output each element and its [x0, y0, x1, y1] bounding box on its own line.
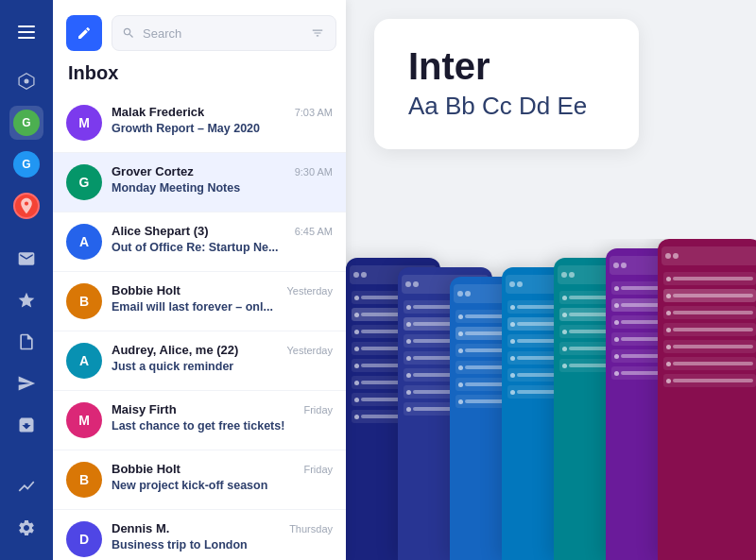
document-nav-icon[interactable] — [9, 325, 43, 359]
account-g-green[interactable]: G — [9, 106, 43, 140]
icon-sidebar: G G — [0, 0, 53, 560]
pulse-nav-icon[interactable] — [9, 469, 43, 503]
settings-nav-icon[interactable] — [9, 511, 43, 545]
hamburger-menu[interactable] — [9, 15, 43, 49]
sender-name: Dennis M. — [112, 521, 169, 535]
star-nav-icon[interactable] — [9, 283, 43, 317]
email-time: Thursday — [289, 523, 333, 535]
send-nav-icon[interactable] — [9, 366, 43, 400]
email-top: Grover Cortez 9:30 AM — [112, 164, 333, 178]
avatar: D — [66, 521, 102, 557]
email-time: 7:03 AM — [295, 107, 333, 118]
email-item-2[interactable]: G Grover Cortez 9:30 AM Monday Meeting N… — [53, 153, 346, 212]
search-input[interactable] — [143, 26, 301, 41]
search-bar[interactable] — [112, 15, 336, 51]
sender-name: Maisy Firth — [112, 402, 177, 416]
email-time: Friday — [303, 404, 333, 416]
email-time: 6:45 AM — [295, 226, 333, 237]
email-content: Alice Shepart (3) 6:45 AM Out of Office … — [112, 224, 333, 254]
avatar: M — [66, 105, 102, 141]
email-panel: Inbox M Malak Frederick 7:03 AM Growth R… — [53, 0, 346, 560]
avatar: A — [66, 343, 102, 379]
email-time: Yesterday — [286, 285, 333, 297]
email-time: 9:30 AM — [295, 166, 333, 178]
email-content: Bobbie Holt Friday New project kick-off … — [112, 462, 333, 492]
email-subject: Growth Report – May 2020 — [112, 122, 333, 135]
email-subject: Last chance to get free tickets! — [112, 419, 333, 433]
email-content: Maisy Firth Friday Last chance to get fr… — [112, 402, 333, 433]
email-content: Malak Frederick 7:03 AM Growth Report – … — [112, 105, 333, 135]
account-badge-red — [13, 193, 40, 219]
compose-button[interactable] — [66, 15, 102, 51]
themes-container — [346, 239, 756, 560]
email-item-6[interactable]: M Maisy Firth Friday Last chance to get … — [53, 391, 346, 450]
email-subject: Just a quick reminder — [112, 360, 333, 373]
email-top: Audrey, Alice, me (22) Yesterday — [112, 343, 333, 357]
email-item-4[interactable]: B Bobbie Holt Yesterday Email will last … — [53, 272, 346, 331]
sender-name: Bobbie Holt — [112, 283, 180, 297]
email-subject: Monday Meeting Notes — [112, 181, 333, 195]
font-name: Inter — [408, 45, 605, 87]
avatar: A — [66, 224, 102, 260]
font-showcase-card: Inter Aa Bb Cc Dd Ee — [374, 19, 639, 149]
font-sample: Aa Bb Cc Dd Ee — [408, 91, 605, 123]
email-time: Friday — [303, 464, 333, 475]
sender-name: Alice Shepart (3) — [112, 224, 209, 238]
email-top: Alice Shepart (3) 6:45 AM — [112, 224, 333, 238]
email-top: Malak Frederick 7:03 AM — [112, 105, 333, 119]
email-list: M Malak Frederick 7:03 AM Growth Report … — [53, 93, 346, 560]
email-top: Maisy Firth Friday — [112, 402, 333, 416]
sidebar-bottom — [9, 469, 43, 545]
email-top: Bobbie Holt Friday — [112, 462, 333, 476]
account-red[interactable] — [9, 189, 43, 223]
email-item-8[interactable]: D Dennis M. Thursday Business trip to Lo… — [53, 510, 346, 560]
email-header — [53, 0, 346, 62]
email-content: Audrey, Alice, me (22) Yesterday Just a … — [112, 343, 333, 373]
email-time: Yesterday — [286, 345, 333, 356]
avatar: G — [66, 164, 102, 200]
email-item-7[interactable]: B Bobbie Holt Friday New project kick-of… — [53, 450, 346, 510]
email-item-3[interactable]: A Alice Shepart (3) 6:45 AM Out of Offic… — [53, 212, 346, 272]
svg-point-0 — [25, 79, 29, 84]
account-g-blue[interactable]: G — [9, 147, 43, 181]
email-top: Bobbie Holt Yesterday — [112, 283, 333, 297]
email-subject: Out of Office Re: Startup Ne... — [112, 241, 333, 254]
email-subject: Email will last forever – onl... — [112, 300, 333, 314]
account-badge-blue: G — [13, 151, 40, 178]
theme-card-7[interactable] — [658, 239, 756, 560]
filter-button[interactable] — [309, 25, 326, 42]
email-subject: Business trip to London — [112, 538, 333, 552]
app-icon — [9, 64, 43, 98]
email-content: Grover Cortez 9:30 AM Monday Meeting Not… — [112, 164, 333, 195]
archive-nav-icon[interactable] — [9, 408, 43, 442]
sender-name: Bobbie Holt — [112, 462, 180, 476]
sender-name: Audrey, Alice, me (22) — [112, 343, 238, 357]
email-content: Bobbie Holt Yesterday Email will last fo… — [112, 283, 333, 314]
sender-name: Malak Frederick — [112, 105, 204, 119]
inbox-nav-icon[interactable] — [9, 242, 43, 276]
avatar: B — [66, 462, 102, 498]
email-top: Dennis M. Thursday — [112, 521, 333, 535]
email-subject: New project kick-off season — [112, 479, 333, 492]
email-item-5[interactable]: A Audrey, Alice, me (22) Yesterday Just … — [53, 331, 346, 391]
sender-name: Grover Cortez — [112, 164, 194, 178]
search-icon — [122, 26, 135, 40]
email-item-1[interactable]: M Malak Frederick 7:03 AM Growth Report … — [53, 93, 346, 153]
avatar: B — [66, 283, 102, 319]
email-content: Dennis M. Thursday Business trip to Lond… — [112, 521, 333, 552]
account-badge-green: G — [13, 110, 40, 136]
avatar: M — [66, 402, 102, 438]
inbox-title: Inbox — [53, 62, 346, 93]
